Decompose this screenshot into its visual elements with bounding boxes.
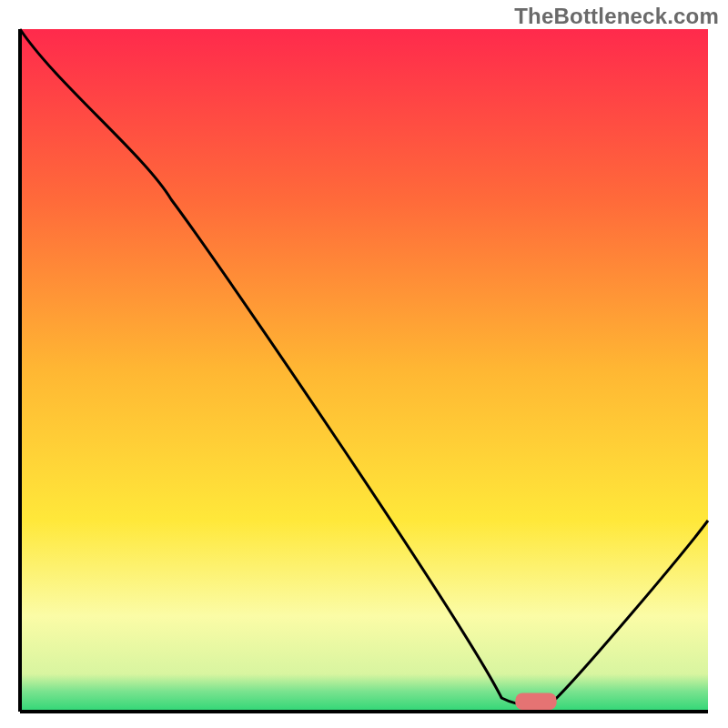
- optimal-marker: [515, 693, 556, 710]
- bottleneck-chart: [0, 0, 728, 728]
- chart-canvas: TheBottleneck.com: [0, 0, 728, 728]
- plot-area-rect: [20, 29, 708, 712]
- watermark-text: TheBottleneck.com: [514, 4, 719, 29]
